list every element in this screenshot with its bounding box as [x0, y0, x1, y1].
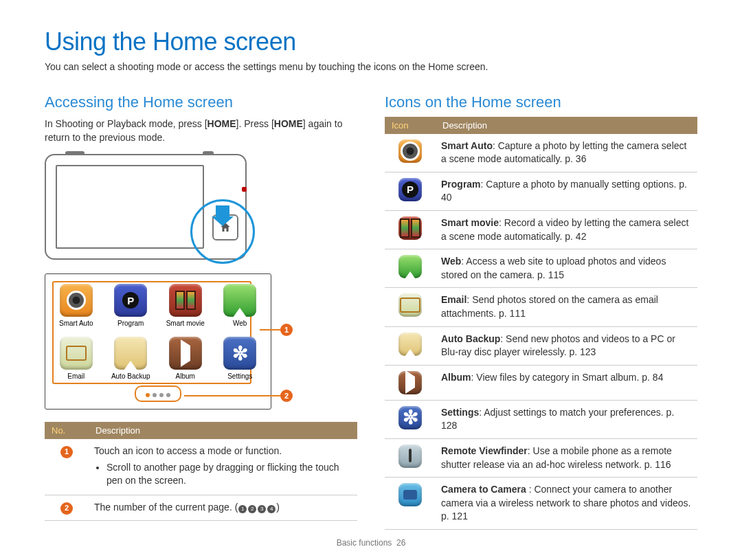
launcher-email[interactable]: Email: [55, 337, 98, 380]
email-icon: [60, 337, 93, 370]
icon-description: Web: Access a web site to upload photos …: [436, 249, 697, 288]
row-description: The number of the current page. (1234): [89, 495, 357, 520]
web-icon: [223, 284, 256, 317]
launcher-label: Settings: [219, 372, 262, 380]
icon-description: Program: Capture a photo by manually set…: [436, 172, 697, 210]
icon-description: Auto Backup: Send new photos and videos …: [436, 326, 697, 365]
accessing-heading: Accessing the Home screen: [45, 93, 357, 111]
program-icon: [114, 284, 147, 317]
email-icon: [398, 293, 422, 317]
smart-movie-icon: [398, 216, 422, 240]
page-title: Using the Home screen: [45, 27, 697, 56]
icons-heading: Icons on the Home screen: [385, 93, 697, 111]
launcher-label: Email: [55, 372, 98, 380]
launcher-program[interactable]: Program: [110, 284, 153, 327]
row-description: Touch an icon to access a mode or functi…: [89, 439, 357, 495]
icon-description: Smart Auto: Capture a photo by letting t…: [436, 134, 697, 172]
right-column: Icons on the Home screen Icon Descriptio…: [385, 93, 697, 530]
th-no: No.: [45, 422, 89, 439]
album-icon: [169, 337, 202, 370]
icon-description: Remote Viewfinder: Use a mobile phone as…: [436, 438, 697, 477]
launcher-web[interactable]: Web: [219, 284, 262, 327]
auto-backup-icon: [398, 333, 422, 356]
callout-2: 2: [184, 390, 293, 402]
launcher-label: Auto Backup: [110, 372, 153, 380]
web-icon: [398, 255, 422, 278]
press-indicator-circle: [190, 199, 255, 264]
icon-description: Settings: Adjust settings to match your …: [436, 400, 697, 438]
accessing-intro: In Shooting or Playback mode, press [HOM…: [45, 117, 357, 145]
launcher-label: Album: [164, 372, 207, 380]
home-screen-panel: Smart AutoProgramSmart movieWebEmailAuto…: [45, 273, 271, 410]
launcher-label: Program: [110, 320, 153, 327]
camera-illustration: [45, 154, 247, 260]
launcher-label: Smart Auto: [55, 320, 98, 327]
row-number-badge: 2: [60, 502, 73, 515]
launcher-settings[interactable]: Settings: [219, 337, 262, 380]
program-icon: [398, 178, 422, 201]
launcher-label: Smart movie: [164, 320, 207, 327]
page-footer: Basic functions 26: [0, 538, 742, 548]
page-indicator[interactable]: [135, 385, 181, 402]
smart-auto-icon: [398, 139, 422, 163]
row-number-badge: 1: [60, 446, 73, 458]
camera-to-camera-icon: [398, 483, 422, 506]
smart-auto-icon: [60, 284, 93, 317]
auto-backup-icon: [114, 337, 147, 370]
smart-movie-icon: [169, 284, 202, 317]
th-desc2: Description: [436, 117, 697, 134]
th-desc: Description: [89, 422, 357, 439]
icon-description: Email: Send photos stored on the camera …: [436, 288, 697, 326]
launcher-smart-movie[interactable]: Smart movie: [164, 284, 207, 327]
left-column: Accessing the Home screen In Shooting or…: [45, 93, 357, 530]
remote-viewfinder-icon: [398, 445, 422, 468]
callout-table: No. Description 1Touch an icon to access…: [45, 422, 357, 520]
launcher-auto-backup[interactable]: Auto Backup: [110, 337, 153, 380]
launcher-label: Web: [219, 320, 262, 327]
album-icon: [398, 371, 422, 394]
icon-description: Album: View files by category in Smart a…: [436, 365, 697, 400]
launcher-smart-auto[interactable]: Smart Auto: [55, 284, 98, 327]
icon-description: Camera to Camera : Connect your camera t…: [436, 478, 697, 530]
launcher-album[interactable]: Album: [164, 337, 207, 380]
th-icon: Icon: [385, 117, 436, 134]
icon-description: Smart movie: Record a video by letting t…: [436, 210, 697, 249]
callout-1: 1: [260, 324, 293, 336]
icons-table: Icon Description Smart Auto: Capture a p…: [385, 117, 697, 530]
camera-screen: [56, 165, 204, 249]
settings-icon: [223, 337, 256, 370]
settings-icon: [398, 406, 422, 429]
page-subtitle: You can select a shooting mode or access…: [45, 60, 697, 74]
